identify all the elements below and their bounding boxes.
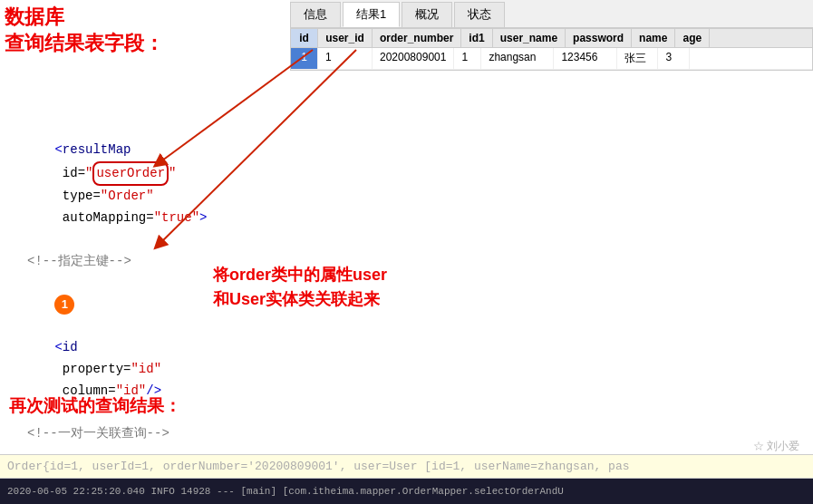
cell-order-number: 20200809001 [373,48,454,69]
col-header-id: id [291,29,318,47]
table-header: id user_id order_number id1 user_name pa… [291,29,812,48]
cell-id1: 1 [454,48,481,69]
tag-bracket: < [54,142,62,157]
result-area: Order{id=1, userId=1, orderNumber='20200… [0,454,813,479]
comment-pk-line: <!--指定主键--> [27,251,804,273]
cell-user-id: 1 [318,48,373,69]
col-header-id1: id1 [461,29,492,47]
attr-auto-value: "true" [154,210,199,225]
attr-auto-name: autoMapping= [54,210,153,225]
col-header-password: password [566,29,632,47]
col-header-user-name: user_name [493,29,566,47]
annotation-line1: 数据库 [5,5,164,31]
main-container: 数据库 查询结果表字段： 信息 结果1 概况 状态 id user_id ord… [0,0,813,504]
result-text: Order{id=1, userId=1, orderNumber='20200… [7,460,630,473]
tabs-section: 信息 结果1 概况 状态 id user_id order_number id1… [290,0,813,71]
table-row: 1 1 20200809001 1 zhangsan 123456 张三 3 [291,48,812,70]
attr-type-value: "Order" [101,189,154,203]
tab-status[interactable]: 状态 [454,2,505,27]
cell-password: 123456 [554,48,617,69]
col-header-order-number: order_number [373,29,461,47]
cell-age: 3 [658,48,690,69]
tag-close: > [199,210,207,225]
attr-id-quote2: " [169,166,176,180]
console-area: 2020-06-05 22:25:20.040 INFO 14928 --- [… [0,479,813,504]
tab-result1[interactable]: 结果1 [343,2,400,27]
annotation-mid-line2: 和User实体类关联起来 [213,287,387,312]
prop-attr: property= [54,362,131,376]
badge-1: 1 [54,295,74,315]
watermark: ☆ 刘小爱 [753,439,799,454]
col-header-name: name [632,29,675,47]
tab-info[interactable]: 信息 [290,2,341,27]
cell-user-name: zhangsan [481,48,554,69]
cell-name: 张三 [617,48,658,69]
annotation-line2: 查询结果表字段： [5,31,164,57]
annotation-middle: 将order类中的属性user 和User实体类关联起来 [213,263,387,312]
attr-id-name: id= [54,166,85,180]
cell-id: 1 [291,48,318,69]
attr-userorder: userOrder [96,166,165,180]
tab-overview[interactable]: 概况 [402,2,452,27]
annotation-top-left: 数据库 查询结果表字段： [5,5,164,56]
attr-id-value: " [85,166,92,180]
resultmap-open-line: <resultMap id="userOrder" type="Order" a… [9,118,804,251]
comment-assoc-line: <!--一对一关联查询--> [27,423,804,445]
annotation-mid-line1: 将order类中的属性user [213,263,387,287]
id-open: < [54,340,62,354]
attr-type-name: type= [54,189,100,203]
console-text: 2020-06-05 22:25:20.040 INFO 14928 --- [… [7,486,564,497]
id-tag-name: id [63,340,78,354]
tag-name: resultMap [63,142,131,157]
userorder-highlight: userOrder [92,161,169,187]
result-table: id user_id order_number id1 user_name pa… [290,28,813,71]
prop-val: "id" [131,362,161,376]
tabs-bar: 信息 结果1 概况 状态 [290,0,813,28]
code-area: <resultMap id="userOrder" type="Order" a… [0,109,813,504]
col-header-user-id: user_id [318,29,373,47]
col-header-age: age [675,29,710,47]
annotation-bottom: 再次测试的查询结果： [9,394,181,418]
